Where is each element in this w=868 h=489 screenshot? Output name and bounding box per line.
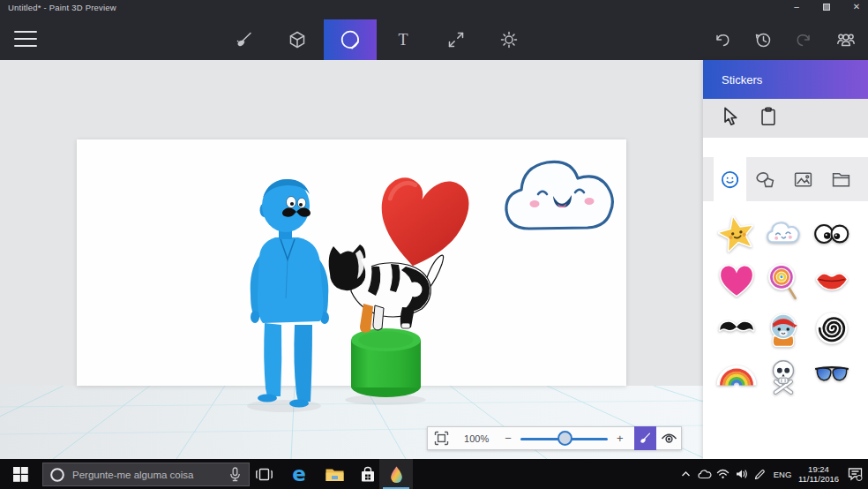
sticker-skull[interactable] bbox=[760, 351, 807, 399]
sticker-lollipop[interactable] bbox=[760, 257, 807, 305]
paste-button[interactable] bbox=[760, 107, 776, 130]
expand-icon bbox=[445, 29, 467, 50]
tool-stickers[interactable] bbox=[324, 19, 377, 60]
sticker-tabs bbox=[703, 157, 868, 201]
sticker-googly-eyes[interactable] bbox=[808, 210, 856, 258]
cube-icon bbox=[287, 29, 308, 50]
minimize-button[interactable]: – bbox=[790, 1, 803, 12]
tool-3d-objects[interactable] bbox=[271, 19, 324, 60]
file-explorer-icon bbox=[326, 467, 344, 482]
sticker-grid bbox=[703, 201, 868, 459]
cloud-sticker-model[interactable] bbox=[506, 162, 612, 229]
edge-button[interactable]: e bbox=[282, 459, 316, 489]
cortana-search-box[interactable]: Pergunte-me alguma coisa bbox=[42, 463, 250, 486]
clock[interactable]: 19:24 11/11/2016 bbox=[796, 464, 842, 484]
sticker-rainbow[interactable] bbox=[713, 351, 760, 399]
panel-header: Stickers bbox=[703, 60, 868, 99]
paint-3d-window: Untitled* - Paint 3D Preview – ✕ bbox=[0, 0, 868, 489]
store-icon bbox=[360, 466, 376, 483]
tab-shapes[interactable] bbox=[746, 157, 784, 201]
green-cylinder-model[interactable] bbox=[351, 328, 421, 397]
file-explorer-button[interactable] bbox=[318, 459, 351, 489]
main-toolbar: T bbox=[0, 19, 868, 60]
close-button[interactable]: ✕ bbox=[850, 1, 863, 12]
tab-sticker-faces[interactable] bbox=[714, 157, 746, 201]
zoom-out-button[interactable]: − bbox=[498, 432, 519, 445]
window-controls: – ✕ bbox=[790, 0, 863, 13]
clipboard-icon bbox=[760, 107, 776, 126]
sun-icon bbox=[498, 29, 520, 50]
sticker-star[interactable] bbox=[713, 210, 760, 258]
sticker-pirate-cat[interactable] bbox=[760, 305, 807, 352]
sticker-icon bbox=[339, 28, 362, 51]
volume-tray-icon[interactable] bbox=[732, 469, 751, 479]
onedrive-tray-icon[interactable] bbox=[695, 470, 714, 479]
language-indicator[interactable]: ENG bbox=[769, 470, 796, 479]
action-center-button[interactable] bbox=[842, 467, 868, 481]
history-button[interactable] bbox=[742, 19, 783, 60]
sticker-cloud[interactable] bbox=[760, 210, 807, 258]
draw-mode-toggle[interactable] bbox=[634, 426, 657, 450]
zoom-slider[interactable] bbox=[519, 427, 610, 449]
tab-custom-stickers[interactable] bbox=[822, 157, 860, 201]
zoom-in-button[interactable]: + bbox=[610, 432, 631, 445]
fit-to-view-button[interactable] bbox=[428, 431, 455, 446]
menu-button[interactable] bbox=[14, 30, 37, 48]
show-hidden-icons-button[interactable] bbox=[677, 470, 695, 478]
action-center-icon bbox=[848, 467, 863, 481]
sticker-lips[interactable] bbox=[808, 257, 856, 305]
history-tools bbox=[700, 19, 866, 60]
chevron-up-icon bbox=[681, 470, 691, 478]
windows-logo-icon bbox=[13, 467, 28, 482]
undo-button[interactable] bbox=[700, 19, 742, 60]
search-placeholder: Pergunte-me alguma coisa bbox=[72, 470, 229, 480]
workspace: 100% − + bbox=[0, 60, 703, 459]
history-clock-icon bbox=[752, 29, 774, 50]
tool-effects[interactable] bbox=[483, 19, 535, 60]
svg-text:T: T bbox=[399, 31, 408, 49]
network-tray-icon[interactable] bbox=[714, 469, 732, 479]
task-view-button[interactable] bbox=[247, 459, 281, 489]
people-icon bbox=[835, 29, 857, 50]
tool-brush[interactable] bbox=[218, 19, 271, 60]
picture-icon bbox=[793, 169, 813, 190]
cursor-icon bbox=[722, 107, 739, 126]
maximize-button[interactable] bbox=[820, 1, 833, 12]
topbar: Untitled* - Paint 3D Preview – ✕ bbox=[0, 0, 868, 60]
zoom-bar: 100% − + bbox=[427, 426, 682, 450]
cloud-icon bbox=[698, 470, 712, 479]
shapes-icon bbox=[755, 169, 775, 190]
select-tool-button[interactable] bbox=[722, 107, 739, 130]
stickers-panel: Stickers bbox=[703, 60, 868, 459]
microphone-icon[interactable] bbox=[229, 467, 241, 482]
sticker-sunglasses[interactable] bbox=[808, 351, 856, 399]
wifi-icon bbox=[716, 469, 730, 479]
tray-date: 11/11/2016 bbox=[798, 474, 839, 484]
windows-ink-tray-icon[interactable] bbox=[751, 469, 769, 480]
sticker-mustache[interactable] bbox=[713, 305, 760, 352]
maximize-icon bbox=[823, 4, 830, 11]
smiley-sticker-icon bbox=[720, 169, 740, 190]
slider-thumb[interactable] bbox=[557, 431, 572, 446]
red-heart-model[interactable] bbox=[374, 172, 472, 272]
start-button[interactable] bbox=[0, 459, 41, 489]
tray-time: 19:24 bbox=[808, 464, 829, 474]
window-title: Untitled* - Paint 3D Preview bbox=[8, 3, 116, 12]
tab-pictures[interactable] bbox=[784, 157, 822, 201]
redo-button[interactable] bbox=[783, 19, 825, 60]
tool-text[interactable]: T bbox=[377, 19, 430, 60]
sticker-heart[interactable] bbox=[713, 257, 760, 305]
paint-3d-icon bbox=[388, 465, 405, 484]
cortana-icon bbox=[49, 467, 65, 483]
paint-3d-button[interactable] bbox=[379, 459, 413, 489]
remix-3d-button[interactable] bbox=[825, 19, 866, 60]
sticker-spiral[interactable] bbox=[808, 305, 856, 352]
brush-icon bbox=[638, 431, 653, 446]
speaker-icon bbox=[736, 469, 748, 479]
undo-icon bbox=[711, 29, 732, 50]
blue-man-model[interactable] bbox=[251, 179, 329, 408]
view-mode-toggle[interactable] bbox=[656, 433, 681, 445]
tool-canvas[interactable] bbox=[430, 19, 483, 60]
scene-3d bbox=[0, 60, 703, 459]
folder-icon bbox=[831, 169, 851, 190]
